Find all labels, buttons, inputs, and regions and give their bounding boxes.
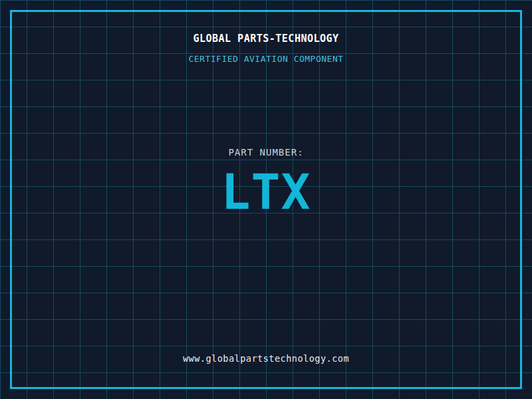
website-url: www.globalpartstechnology.com	[0, 353, 532, 364]
part-number-value: LTX	[0, 168, 532, 216]
certification-subtitle: CERTIFIED AVIATION COMPONENT	[0, 54, 532, 64]
company-name: GLOBAL PARTS-TECHNOLOGY	[0, 33, 532, 45]
blueprint-label: GLOBAL PARTS-TECHNOLOGY CERTIFIED AVIATI…	[0, 0, 532, 399]
part-number-label: PART NUMBER:	[0, 147, 532, 158]
